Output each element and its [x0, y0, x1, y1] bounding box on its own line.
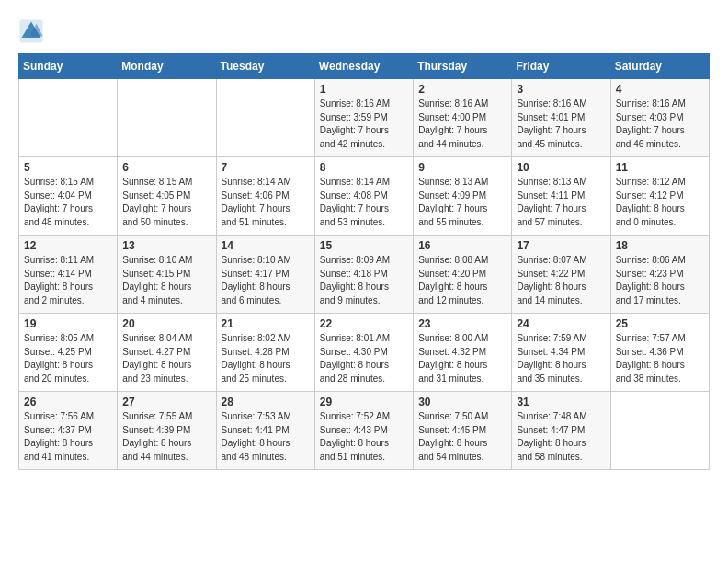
day-info: Sunrise: 8:09 AM Sunset: 4:18 PM Dayligh…	[320, 254, 408, 307]
calendar-cell: 13Sunrise: 8:10 AM Sunset: 4:15 PM Dayli…	[118, 236, 216, 314]
day-info: Sunrise: 8:01 AM Sunset: 4:30 PM Dayligh…	[320, 332, 408, 385]
day-info: Sunrise: 8:16 AM Sunset: 4:00 PM Dayligh…	[418, 98, 506, 151]
day-info: Sunrise: 8:04 AM Sunset: 4:27 PM Dayligh…	[122, 332, 210, 385]
header-friday: Friday	[512, 54, 610, 79]
day-number: 5	[24, 161, 112, 174]
day-number: 14	[222, 239, 310, 252]
day-info: Sunrise: 7:56 AM Sunset: 4:37 PM Dayligh…	[24, 410, 112, 464]
day-info: Sunrise: 7:57 AM Sunset: 4:36 PM Dayligh…	[616, 332, 704, 385]
calendar-week-2: 5Sunrise: 8:15 AM Sunset: 4:04 PM Daylig…	[19, 157, 710, 236]
day-info: Sunrise: 8:11 AM Sunset: 4:14 PM Dayligh…	[24, 254, 112, 307]
calendar-cell: 10Sunrise: 8:13 AM Sunset: 4:11 PM Dayli…	[512, 157, 610, 236]
day-number: 20	[122, 317, 210, 330]
calendar-cell: 22Sunrise: 8:01 AM Sunset: 4:30 PM Dayli…	[314, 314, 413, 392]
calendar-cell: 28Sunrise: 7:53 AM Sunset: 4:41 PM Dayli…	[216, 392, 314, 470]
day-number: 13	[122, 239, 210, 252]
day-number: 21	[222, 317, 310, 330]
calendar-cell: 12Sunrise: 8:11 AM Sunset: 4:14 PM Dayli…	[19, 236, 118, 314]
day-info: Sunrise: 8:14 AM Sunset: 4:08 PM Dayligh…	[320, 176, 408, 229]
day-info: Sunrise: 7:59 AM Sunset: 4:34 PM Dayligh…	[517, 332, 605, 385]
day-number: 8	[320, 161, 408, 174]
day-info: Sunrise: 8:12 AM Sunset: 4:12 PM Dayligh…	[616, 176, 704, 229]
day-info: Sunrise: 8:08 AM Sunset: 4:20 PM Dayligh…	[418, 254, 506, 307]
day-info: Sunrise: 8:15 AM Sunset: 4:05 PM Dayligh…	[122, 176, 210, 229]
calendar-table: SundayMondayTuesdayWednesdayThursdayFrid…	[18, 53, 710, 470]
header-wednesday: Wednesday	[314, 54, 413, 79]
day-number: 23	[418, 317, 506, 330]
day-number: 26	[24, 396, 112, 408]
day-number: 22	[320, 317, 408, 330]
day-info: Sunrise: 8:00 AM Sunset: 4:32 PM Dayligh…	[418, 332, 506, 385]
calendar-week-1: 1Sunrise: 8:16 AM Sunset: 3:59 PM Daylig…	[19, 79, 710, 157]
calendar-week-4: 19Sunrise: 8:05 AM Sunset: 4:25 PM Dayli…	[19, 314, 710, 392]
day-info: Sunrise: 8:13 AM Sunset: 4:09 PM Dayligh…	[418, 176, 506, 229]
day-number: 24	[517, 317, 605, 330]
header-sunday: Sunday	[19, 54, 118, 79]
day-info: Sunrise: 8:16 AM Sunset: 3:59 PM Dayligh…	[320, 98, 408, 151]
calendar-cell: 25Sunrise: 7:57 AM Sunset: 4:36 PM Dayli…	[610, 314, 709, 392]
day-info: Sunrise: 7:48 AM Sunset: 4:47 PM Dayligh…	[517, 410, 605, 464]
day-info: Sunrise: 8:16 AM Sunset: 4:01 PM Dayligh…	[517, 98, 605, 151]
day-number: 29	[320, 396, 408, 408]
day-number: 12	[24, 239, 112, 252]
day-number: 6	[122, 161, 210, 174]
day-number: 2	[418, 83, 506, 96]
day-info: Sunrise: 8:02 AM Sunset: 4:28 PM Dayligh…	[222, 332, 310, 385]
header-tuesday: Tuesday	[216, 54, 314, 79]
day-number: 25	[616, 317, 704, 330]
day-info: Sunrise: 7:53 AM Sunset: 4:41 PM Dayligh…	[222, 410, 310, 464]
calendar-cell: 16Sunrise: 8:08 AM Sunset: 4:20 PM Dayli…	[414, 236, 512, 314]
day-info: Sunrise: 7:52 AM Sunset: 4:43 PM Dayligh…	[320, 410, 408, 464]
day-number: 11	[616, 161, 704, 174]
calendar-cell: 1Sunrise: 8:16 AM Sunset: 3:59 PM Daylig…	[314, 79, 413, 157]
calendar-cell: 4Sunrise: 8:16 AM Sunset: 4:03 PM Daylig…	[610, 79, 709, 157]
calendar-cell: 7Sunrise: 8:14 AM Sunset: 4:06 PM Daylig…	[216, 157, 314, 236]
calendar-cell: 26Sunrise: 7:56 AM Sunset: 4:37 PM Dayli…	[19, 392, 118, 470]
calendar-cell: 14Sunrise: 8:10 AM Sunset: 4:17 PM Dayli…	[216, 236, 314, 314]
calendar-cell	[19, 79, 118, 157]
calendar-cell	[216, 79, 314, 157]
day-number: 27	[122, 396, 210, 408]
calendar-cell: 3Sunrise: 8:16 AM Sunset: 4:01 PM Daylig…	[512, 79, 610, 157]
calendar-cell: 9Sunrise: 8:13 AM Sunset: 4:09 PM Daylig…	[414, 157, 512, 236]
day-number: 18	[616, 239, 704, 252]
calendar-cell: 11Sunrise: 8:12 AM Sunset: 4:12 PM Dayli…	[610, 157, 709, 236]
calendar-cell: 20Sunrise: 8:04 AM Sunset: 4:27 PM Dayli…	[118, 314, 216, 392]
day-info: Sunrise: 8:15 AM Sunset: 4:04 PM Dayligh…	[24, 176, 112, 229]
day-number: 1	[320, 83, 408, 96]
calendar-cell: 31Sunrise: 7:48 AM Sunset: 4:47 PM Dayli…	[512, 392, 610, 470]
calendar-cell: 6Sunrise: 8:15 AM Sunset: 4:05 PM Daylig…	[118, 157, 216, 236]
calendar-cell: 23Sunrise: 8:00 AM Sunset: 4:32 PM Dayli…	[414, 314, 512, 392]
calendar-cell: 27Sunrise: 7:55 AM Sunset: 4:39 PM Dayli…	[118, 392, 216, 470]
day-number: 4	[616, 83, 704, 96]
calendar-cell	[118, 79, 216, 157]
day-info: Sunrise: 8:16 AM Sunset: 4:03 PM Dayligh…	[616, 98, 704, 151]
header-monday: Monday	[118, 54, 216, 79]
day-number: 9	[418, 161, 506, 174]
calendar-cell: 30Sunrise: 7:50 AM Sunset: 4:45 PM Dayli…	[414, 392, 512, 470]
calendar-week-5: 26Sunrise: 7:56 AM Sunset: 4:37 PM Dayli…	[19, 392, 710, 470]
calendar-cell: 18Sunrise: 8:06 AM Sunset: 4:23 PM Dayli…	[610, 236, 709, 314]
day-number: 3	[517, 83, 605, 96]
day-info: Sunrise: 8:10 AM Sunset: 4:17 PM Dayligh…	[222, 254, 310, 307]
calendar-cell: 15Sunrise: 8:09 AM Sunset: 4:18 PM Dayli…	[314, 236, 413, 314]
day-info: Sunrise: 8:14 AM Sunset: 4:06 PM Dayligh…	[222, 176, 310, 229]
day-number: 31	[517, 396, 605, 408]
day-number: 28	[222, 396, 310, 408]
day-number: 10	[517, 161, 605, 174]
day-number: 7	[222, 161, 310, 174]
day-number: 19	[24, 317, 112, 330]
page-header	[18, 18, 710, 44]
day-info: Sunrise: 8:07 AM Sunset: 4:22 PM Dayligh…	[517, 254, 605, 307]
logo-icon	[18, 18, 44, 44]
logo	[18, 18, 48, 44]
calendar-cell: 29Sunrise: 7:52 AM Sunset: 4:43 PM Dayli…	[314, 392, 413, 470]
day-info: Sunrise: 8:13 AM Sunset: 4:11 PM Dayligh…	[517, 176, 605, 229]
day-info: Sunrise: 8:06 AM Sunset: 4:23 PM Dayligh…	[616, 254, 704, 307]
day-number: 16	[418, 239, 506, 252]
calendar-cell: 2Sunrise: 8:16 AM Sunset: 4:00 PM Daylig…	[414, 79, 512, 157]
calendar-cell: 19Sunrise: 8:05 AM Sunset: 4:25 PM Dayli…	[19, 314, 118, 392]
day-number: 15	[320, 239, 408, 252]
calendar-cell: 24Sunrise: 7:59 AM Sunset: 4:34 PM Dayli…	[512, 314, 610, 392]
day-number: 17	[517, 239, 605, 252]
